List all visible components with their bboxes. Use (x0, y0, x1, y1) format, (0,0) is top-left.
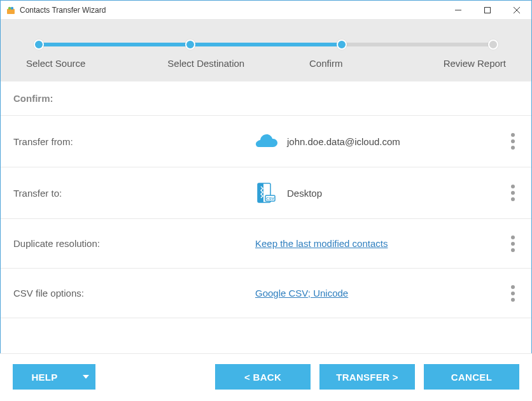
row-transfer-to: Transfer to: CSV Desktop (1, 167, 531, 219)
footer-buttons: HELP < BACK TRANSFER > CANCEL (0, 353, 532, 401)
more-menu-dup[interactable] (507, 232, 519, 256)
svg-text:CSV: CSV (266, 197, 274, 200)
transfer-to-value: Desktop (287, 188, 322, 199)
svg-rect-4 (485, 7, 491, 13)
close-button[interactable] (502, 1, 531, 19)
duplicate-resolution-label: Duplicate resolution: (13, 238, 255, 249)
minimize-button[interactable] (444, 1, 473, 19)
help-button-label: HELP (13, 372, 76, 383)
step-labels: Select Source Select Destination Confirm… (26, 58, 506, 69)
step-dot-4 (488, 39, 498, 50)
transfer-button[interactable]: TRANSFER > (319, 364, 415, 390)
more-menu-csv[interactable] (507, 281, 519, 306)
transfer-from-label: Transfer from: (13, 136, 255, 147)
app-icon (6, 5, 16, 15)
more-menu-to[interactable] (507, 181, 519, 205)
step-dot-1 (34, 39, 44, 50)
row-csv-options: CSV file options: Google CSV; Unicode (1, 269, 531, 318)
stepper-region: Select Source Select Destination Confirm… (1, 20, 531, 81)
step-label-1: Select Source (26, 58, 146, 69)
row-transfer-from: Transfer from: john.doe.data@icloud.com (1, 116, 531, 167)
maximize-button[interactable] (473, 1, 502, 19)
csv-options-link[interactable]: Google CSV; Unicode (255, 288, 348, 299)
titlebar: Contacts Transfer Wizard (1, 1, 531, 20)
step-label-3: Confirm (266, 58, 386, 69)
svg-point-1 (8, 6, 11, 9)
step-dot-2 (185, 39, 195, 50)
transfer-from-value-group: john.doe.data@icloud.com (255, 130, 400, 153)
help-dropdown-toggle[interactable] (76, 375, 95, 379)
transfer-to-value-group: CSV Desktop (255, 181, 322, 204)
svg-rect-0 (7, 9, 15, 14)
duplicate-resolution-link[interactable]: Keep the last modified contacts (255, 238, 388, 249)
more-menu-from[interactable] (507, 129, 519, 153)
transfer-from-value: john.doe.data@icloud.com (287, 136, 400, 147)
step-label-2: Select Destination (146, 58, 267, 69)
stepper-track (39, 38, 493, 52)
csv-file-icon: CSV (255, 181, 278, 204)
content-area: Confirm: Transfer from: john.doe.data@ic… (1, 81, 531, 318)
cancel-button[interactable]: CANCEL (424, 364, 519, 390)
svg-point-2 (11, 6, 13, 9)
step-dot-3 (337, 39, 347, 50)
transfer-to-label: Transfer to: (13, 188, 255, 199)
help-button[interactable]: HELP (13, 364, 95, 390)
window-controls (444, 1, 531, 19)
csv-options-label: CSV file options: (13, 288, 255, 299)
row-duplicate-resolution: Duplicate resolution: Keep the last modi… (1, 219, 531, 269)
window-title: Contacts Transfer Wizard (20, 6, 444, 15)
back-button[interactable]: < BACK (215, 364, 311, 390)
section-title: Confirm: (1, 81, 531, 116)
step-label-4: Review Report (386, 58, 507, 69)
cloud-icon (255, 130, 278, 153)
